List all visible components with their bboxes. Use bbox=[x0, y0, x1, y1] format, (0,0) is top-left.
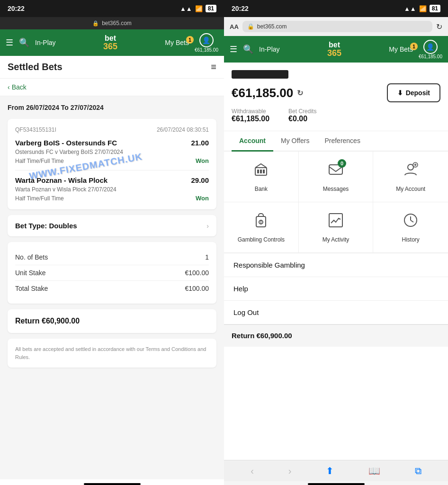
bank-icon bbox=[252, 161, 269, 182]
bet-credits-label: Bet Credits bbox=[288, 108, 316, 115]
left-status-bar: 20:22 ▲▲ 📶 81 bbox=[0, 0, 224, 17]
tab-preferences[interactable]: Preferences bbox=[317, 131, 367, 152]
no-bets-row: No. of Bets 1 bbox=[15, 250, 209, 265]
bet1-desc: Ostersunds FC v Varberg BoIS 27/07/2024 bbox=[15, 149, 209, 155]
right-home-indicator bbox=[308, 483, 365, 485]
right-time: 20:22 bbox=[232, 5, 249, 12]
right-wifi-icon: 📶 bbox=[419, 5, 427, 12]
url-field[interactable]: 🔒 bet365.com bbox=[242, 21, 432, 32]
log-out-item[interactable]: Log Out bbox=[224, 301, 448, 324]
bet1-result: Won bbox=[196, 157, 209, 164]
browser-tabs-button[interactable]: ⧉ bbox=[415, 466, 421, 476]
account-button[interactable]: 👤 €61,185.00 bbox=[195, 33, 218, 53]
my-account-cell[interactable]: My Account bbox=[373, 152, 448, 202]
bet2-match-row: Warta Poznan - Wisla Plock 29.00 bbox=[15, 176, 209, 184]
account-content: €61,185.00 ↻ ⬇ Deposit Withdrawable €61,… bbox=[224, 63, 448, 460]
bank-cell[interactable]: Bank bbox=[224, 152, 299, 202]
left-nav-bar: ☰ 🔍 In-Play bet 365 My Bets 1 👤 €61,185.… bbox=[0, 29, 224, 56]
history-cell[interactable]: History bbox=[373, 202, 448, 253]
bet2-match-name: Warta Poznan - Wisla Plock bbox=[15, 176, 108, 184]
help-item[interactable]: Help bbox=[224, 277, 448, 301]
right-status-bar: 20:22 ▲▲ 📶 81 bbox=[224, 0, 448, 17]
svg-line-15 bbox=[411, 220, 413, 222]
browser-back-button[interactable]: ‹ bbox=[251, 466, 254, 476]
my-account-icon bbox=[402, 161, 419, 182]
refresh-button[interactable]: ↻ bbox=[436, 22, 442, 31]
browser-forward-button[interactable]: › bbox=[288, 466, 292, 476]
messages-label: Messages bbox=[323, 186, 349, 192]
bet2-result: Won bbox=[196, 195, 209, 202]
svg-rect-1 bbox=[257, 170, 259, 173]
left-time: 20:22 bbox=[8, 5, 25, 12]
bottom-browser-bar: ‹ › ⬆ 📖 ⧉ bbox=[224, 460, 448, 481]
deposit-icon: ⬇ bbox=[397, 89, 403, 97]
username-redacted bbox=[232, 70, 288, 79]
no-bets-value: 1 bbox=[205, 253, 209, 261]
right-my-bets-badge: 1 bbox=[410, 43, 418, 50]
bet1-match-row: Varberg BoIS - Ostersunds FC 21.00 bbox=[15, 139, 209, 147]
my-bets-button[interactable]: My Bets 1 bbox=[165, 39, 189, 46]
menu-icon[interactable]: ≡ bbox=[211, 62, 216, 72]
return-label: Return €60,900.00 bbox=[15, 317, 80, 325]
left-url-bar[interactable]: 🔒 bet365.com bbox=[0, 17, 224, 29]
browser-bookmarks-button[interactable]: 📖 bbox=[368, 465, 380, 476]
right-signal-icon: ▲▲ bbox=[404, 5, 416, 12]
bet-type-row[interactable]: Bet Type: Doubles › bbox=[8, 215, 216, 236]
balance-row: €61,185.00 ↻ ⬇ Deposit bbox=[232, 83, 440, 102]
gambling-controls-cell[interactable]: Gambling Controls bbox=[224, 202, 299, 253]
hamburger-icon[interactable]: ☰ bbox=[6, 37, 13, 48]
right-my-bets-button[interactable]: My Bets 1 bbox=[389, 45, 413, 53]
unit-stake-value: €100.00 bbox=[185, 269, 209, 277]
messages-icon: 0 bbox=[327, 161, 344, 182]
url-lock-icon: 🔒 bbox=[247, 23, 254, 30]
left-url-text: bet365.com bbox=[102, 20, 132, 27]
balance-refresh-icon[interactable]: ↻ bbox=[297, 89, 303, 98]
right-nav-right: My Bets 1 👤 €61,185.00 bbox=[389, 40, 442, 59]
total-stake-value: €100.00 bbox=[185, 285, 209, 292]
bet-credits-section: Bet Credits €0.00 bbox=[288, 108, 316, 123]
right-bet365-logo: bet 365 bbox=[327, 41, 341, 57]
responsible-gambling-item[interactable]: Responsible Gambling bbox=[224, 253, 448, 277]
left-panel: 20:22 ▲▲ 📶 81 🔒 bet365.com ☰ 🔍 In-Play b… bbox=[0, 0, 224, 485]
back-button[interactable]: ‹ Back bbox=[8, 83, 216, 91]
font-size-button[interactable]: AA bbox=[230, 23, 239, 30]
history-icon bbox=[402, 212, 419, 233]
my-bets-badge: 1 bbox=[186, 36, 194, 44]
messages-cell[interactable]: 0 Messages bbox=[299, 152, 374, 202]
search-icon[interactable]: 🔍 bbox=[19, 37, 29, 48]
disclaimer: All bets are accepted and settled in acc… bbox=[8, 339, 216, 368]
in-play-link[interactable]: In-Play bbox=[35, 39, 56, 46]
bet-ref: QF5343155131I bbox=[15, 126, 56, 133]
gambling-controls-label: Gambling Controls bbox=[238, 236, 285, 243]
messages-badge: 0 bbox=[338, 159, 346, 168]
right-hamburger-icon[interactable]: ☰ bbox=[230, 44, 237, 54]
left-status-icons: ▲▲ 📶 81 bbox=[180, 5, 216, 12]
bet2-odds: 29.00 bbox=[191, 176, 209, 184]
unit-stake-label: Unit Stake bbox=[15, 269, 46, 277]
tab-account[interactable]: Account bbox=[232, 131, 273, 152]
tab-my-offers[interactable]: My Offers bbox=[273, 131, 317, 152]
withdrawable-label: Withdrawable bbox=[232, 108, 269, 115]
svg-rect-12 bbox=[329, 214, 342, 227]
bet2-desc: Warta Poznan v Wisla Plock 27/07/2024 bbox=[15, 186, 209, 193]
chevron-icon: › bbox=[206, 222, 209, 230]
bet-credits-amount: €0.00 bbox=[288, 115, 316, 123]
right-search-icon[interactable]: 🔍 bbox=[243, 44, 253, 54]
browser-share-button[interactable]: ⬆ bbox=[326, 465, 334, 476]
my-activity-cell[interactable]: My Activity bbox=[299, 202, 374, 253]
bet1-odds: 21.00 bbox=[191, 139, 209, 147]
right-account-avatar: 👤 bbox=[423, 40, 438, 54]
left-lock-icon: 🔒 bbox=[92, 20, 99, 27]
bet-type-label: Bet Type: Doubles bbox=[15, 222, 77, 230]
deposit-button[interactable]: ⬇ Deposit bbox=[387, 83, 440, 102]
left-nav-right: My Bets 1 👤 €61,185.00 bbox=[165, 33, 218, 53]
left-signal-icon: ▲▲ bbox=[180, 5, 192, 12]
left-content: From 26/07/2024 To 27/07/2024 QF53431551… bbox=[0, 96, 224, 479]
url-text: bet365.com bbox=[257, 23, 287, 30]
right-account-button[interactable]: 👤 €61,185.00 bbox=[419, 40, 442, 59]
no-bets-label: No. of Bets bbox=[15, 253, 48, 261]
right-in-play-link[interactable]: In-Play bbox=[259, 45, 280, 53]
gambling-controls-icon bbox=[252, 212, 269, 233]
unit-stake-row: Unit Stake €100.00 bbox=[15, 265, 209, 281]
svg-point-5 bbox=[408, 164, 413, 170]
